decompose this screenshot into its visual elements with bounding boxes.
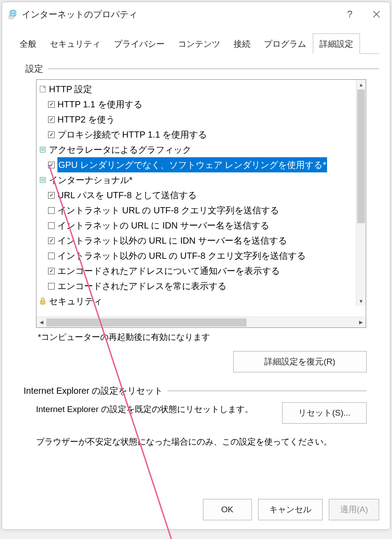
tree-group[interactable]: アクセラレータによるグラフィック (37, 142, 365, 157)
tab-programs[interactable]: プログラム (257, 33, 313, 54)
tab-privacy[interactable]: プライバシー (107, 33, 171, 54)
tree-group-label: インターナショナル* (49, 172, 133, 188)
tab-advanced[interactable]: 詳細設定 (313, 33, 360, 54)
tab-strip: 全般 セキュリティ プライバシー コンテンツ 接続 プログラム 詳細設定 (13, 33, 379, 54)
svg-rect-13 (40, 301, 45, 304)
app-icon (8, 9, 18, 20)
horizontal-scrollbar[interactable]: ◀ ▶ (36, 317, 366, 327)
checkbox[interactable] (48, 131, 55, 138)
tree-item-label: HTTP 1.1 を使用する (57, 97, 142, 112)
ok-button[interactable]: OK (203, 499, 252, 520)
tree-group-label: セキュリティ (49, 294, 102, 309)
tree-item-label: プロキシ接続で HTTP 1.1 を使用する (57, 127, 207, 142)
checkbox[interactable] (48, 101, 55, 108)
tree-group[interactable]: インターナショナル* (37, 172, 365, 188)
scroll-left-icon[interactable]: ◀ (36, 318, 46, 327)
sq-icon (39, 146, 46, 153)
close-button[interactable] (363, 4, 390, 25)
checkbox[interactable] (48, 207, 55, 214)
reset-section: Internet Explorer の設定をリセット Internet Expl… (13, 385, 379, 448)
lock-icon (39, 298, 46, 305)
horizontal-scroll-thumb[interactable] (46, 318, 247, 327)
reset-label: Internet Explorer の設定をリセット (24, 385, 163, 397)
checkbox[interactable] (48, 222, 55, 229)
tree-item[interactable]: GPU レンダリングでなく、ソフトウェア レンダリングを使用する* (37, 157, 365, 172)
dialog-button-row: OK キャンセル 適用(A) (2, 492, 390, 529)
svg-text:?: ? (347, 9, 352, 19)
tree-item-label: エンコードされたアドレスを常に表示する (57, 278, 226, 294)
checkbox[interactable] (48, 253, 55, 259)
restore-advanced-button[interactable]: 詳細設定を復元(R) (233, 351, 367, 372)
tab-general[interactable]: 全般 (13, 33, 43, 54)
dialog-window: インターネットのプロパティ ? 全般 セキュリティ プライバシー コンテンツ 接… (2, 2, 390, 530)
tree-item[interactable]: URL パスを UTF-8 として送信する (37, 188, 365, 203)
checkbox[interactable] (48, 192, 55, 199)
scroll-up-icon[interactable]: ▲ (356, 80, 366, 90)
svg-rect-2 (9, 16, 13, 19)
scroll-down-icon[interactable]: ▼ (356, 296, 366, 306)
scroll-right-icon[interactable]: ▶ (356, 318, 366, 327)
dialog-body: 全般 セキュリティ プライバシー コンテンツ 接続 プログラム 詳細設定 設定 … (2, 26, 390, 529)
tree-group-label: HTTP 設定 (49, 82, 92, 97)
checkbox[interactable] (48, 116, 55, 123)
checkbox[interactable] (48, 283, 55, 290)
cancel-button[interactable]: キャンセル (258, 499, 323, 520)
settings-tree[interactable]: HTTP 設定HTTP 1.1 を使用するHTTP2 を使うプロキシ接続で HT… (36, 79, 366, 328)
tree-item-label: イントラネット URL の UTF-8 クエリ文字列を送信する (57, 203, 279, 218)
sq-icon (39, 176, 46, 184)
restart-note: *コンピューターの再起動後に有効になります (38, 331, 379, 343)
tree-item[interactable]: プロキシ接続で HTTP 1.1 を使用する (37, 127, 365, 142)
tree-item-label: イントラネットの URL に IDN サーバー名を送信する (57, 218, 269, 233)
settings-group-label: 設定 (25, 63, 379, 75)
tab-security[interactable]: セキュリティ (43, 33, 107, 54)
tree-item-label: HTTP2 を使う (57, 112, 115, 127)
tree-item[interactable]: エンコードされたアドレスについて通知バーを表示する (37, 263, 365, 278)
vertical-scroll-thumb[interactable] (357, 90, 365, 223)
reset-warning: ブラウザーが不安定な状態になった場合にのみ、この設定を使ってください。 (36, 436, 367, 448)
tree-item[interactable]: イントラネット URL の UTF-8 クエリ文字列を送信する (37, 203, 365, 218)
tree-group-label: アクセラレータによるグラフィック (49, 142, 191, 157)
tree-group[interactable]: セキュリティ (37, 294, 365, 309)
apply-button[interactable]: 適用(A) (329, 499, 379, 520)
tree-item-label: エンコードされたアドレスについて通知バーを表示する (57, 263, 280, 278)
tab-panel-advanced: 設定 HTTP 設定HTTP 1.1 を使用するHTTP2 を使うプロキシ接続で… (13, 53, 379, 448)
tree-item[interactable]: HTTP2 を使う (37, 112, 365, 127)
tree-item-label: イントラネット以外の URL に IDN サーバー名を送信する (57, 233, 287, 248)
tree-item[interactable]: HTTP 1.1 を使用する (37, 97, 365, 112)
tab-content[interactable]: コンテンツ (171, 33, 227, 54)
titlebar: インターネットのプロパティ ? (2, 2, 390, 26)
reset-button[interactable]: リセット(S)... (282, 402, 367, 424)
window-title: インターネットのプロパティ (22, 8, 336, 20)
checkbox[interactable] (48, 268, 55, 274)
tree-item[interactable]: イントラネットの URL に IDN サーバー名を送信する (37, 218, 365, 233)
tree-item-label: URL パスを UTF-8 として送信する (57, 188, 197, 203)
doc-icon (39, 86, 46, 93)
tree-item[interactable]: イントラネット以外の URL に IDN サーバー名を送信する (37, 233, 365, 248)
svg-rect-7 (40, 147, 45, 152)
reset-description: Internet Explorer の設定を既定の状態にリセットします。 (36, 402, 260, 416)
tree-group[interactable]: HTTP 設定 (37, 82, 365, 97)
tab-connections[interactable]: 接続 (227, 33, 257, 54)
tree-item[interactable]: エンコードされたアドレスを常に表示する (37, 278, 365, 294)
tree-item[interactable]: イントラネット以外の URL の UTF-8 クエリ文字列を送信する (37, 248, 365, 263)
help-button[interactable]: ? (336, 4, 363, 25)
tree-item-label: GPU レンダリングでなく、ソフトウェア レンダリングを使用する* (57, 157, 327, 172)
tree-item-label: イントラネット以外の URL の UTF-8 クエリ文字列を送信する (57, 248, 306, 263)
svg-rect-10 (40, 177, 45, 183)
vertical-scrollbar[interactable]: ▲ ▼ (356, 80, 366, 306)
checkbox[interactable] (48, 237, 55, 244)
checkbox[interactable] (48, 162, 55, 168)
